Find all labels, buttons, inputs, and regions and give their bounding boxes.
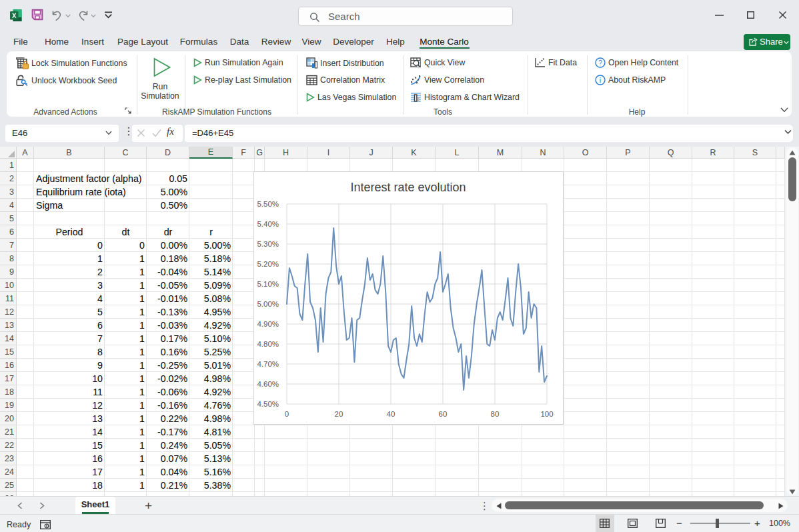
svg-text:5.30%: 5.30% (257, 240, 279, 248)
svg-text:4.80%: 4.80% (257, 340, 279, 348)
svg-text:?: ? (598, 59, 602, 67)
svg-text:100: 100 (540, 410, 553, 418)
svg-text:60: 60 (439, 410, 448, 418)
svg-text:20: 20 (335, 410, 343, 418)
svg-text:4.50%: 4.50% (257, 400, 279, 408)
svg-text:5.40%: 5.40% (257, 220, 279, 228)
svg-text:4.60%: 4.60% (257, 380, 279, 388)
svg-text:0: 0 (285, 410, 289, 418)
svg-text:i: i (600, 76, 601, 84)
svg-text:5.20%: 5.20% (257, 260, 279, 268)
svg-text:5.10%: 5.10% (257, 280, 279, 288)
svg-text:Interest rate evolution: Interest rate evolution (350, 181, 466, 194)
svg-text:40: 40 (387, 410, 395, 418)
svg-text:5.00%: 5.00% (257, 300, 279, 308)
svg-text:4.90%: 4.90% (257, 320, 279, 328)
svg-text:80: 80 (491, 410, 500, 418)
svg-text:5.50%: 5.50% (257, 200, 279, 208)
svg-text:4.70%: 4.70% (257, 360, 279, 368)
